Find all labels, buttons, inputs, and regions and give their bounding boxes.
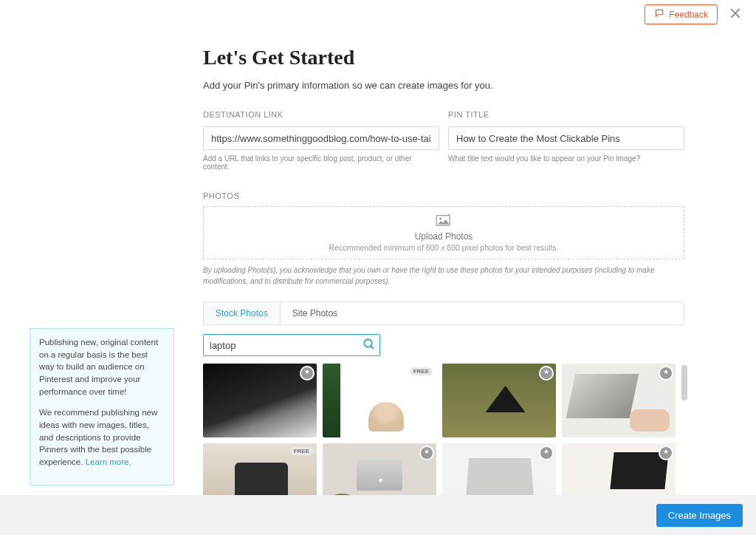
tip-paragraph-2: We recommend publishing new ideas with n… (39, 406, 165, 468)
close-icon (728, 6, 743, 21)
pin-title-input[interactable] (448, 126, 684, 150)
grid-scrollbar-thumb[interactable] (681, 365, 687, 401)
free-badge: FREE (290, 447, 313, 455)
premium-badge-icon (540, 447, 552, 459)
premium-badge-icon (540, 367, 552, 379)
learn-more-link[interactable]: Learn more. (86, 457, 131, 466)
upload-photos-hint: Recommended minimum of 600 x 600 pixel p… (329, 243, 558, 252)
upload-disclaimer: By uploading Photo(s), you acknowledge t… (203, 265, 684, 287)
premium-badge-icon (660, 367, 672, 379)
pin-title-helper: What title text would you like to appear… (448, 154, 684, 163)
photos-section-label: PHOTOS (203, 191, 684, 200)
create-images-button[interactable]: Create Images (656, 504, 743, 527)
svg-point-1 (439, 218, 441, 220)
search-button[interactable] (362, 338, 376, 354)
tab-stock-photos[interactable]: Stock Photos (204, 302, 281, 324)
image-upload-icon: + (436, 214, 452, 230)
svg-point-3 (364, 339, 372, 347)
destination-link-helper: Add a URL that links to your specific bl… (203, 154, 439, 171)
page-title: Let's Get Started (203, 46, 684, 69)
premium-badge-icon (301, 367, 313, 379)
free-badge: FREE (410, 367, 433, 375)
upload-photos-zone[interactable]: + Upload Photos Recommended minimum of 6… (203, 206, 684, 259)
search-icon (362, 338, 376, 351)
tab-site-photos[interactable]: Site Photos (281, 302, 349, 324)
feedback-icon (654, 8, 664, 21)
svg-text:+: + (447, 214, 450, 218)
stock-photo-search-input[interactable] (203, 334, 380, 356)
photo-thumb[interactable] (203, 364, 317, 437)
grid-scrollbar[interactable] (681, 364, 687, 517)
page-subtitle: Add your Pin's primary information so we… (203, 80, 684, 91)
destination-link-label: DESTINATION LINK (203, 110, 439, 119)
destination-link-input[interactable] (203, 126, 439, 150)
photo-thumb[interactable] (562, 364, 676, 437)
feedback-button[interactable]: Feedback (645, 4, 718, 24)
feedback-label: Feedback (669, 10, 708, 20)
upload-photos-title: Upload Photos (415, 231, 473, 242)
close-button[interactable] (728, 6, 743, 24)
pin-title-label: PIN TITLE (448, 110, 684, 119)
tip-paragraph-1: Publishing new, original content on a re… (39, 336, 165, 398)
stock-photo-grid: FREE FREE (203, 364, 684, 517)
premium-badge-icon (421, 447, 433, 459)
premium-badge-icon (660, 447, 672, 459)
photo-thumb[interactable] (442, 364, 556, 437)
photo-thumb[interactable]: FREE (323, 364, 436, 437)
publishing-tip-box: Publishing new, original content on a re… (30, 328, 174, 485)
